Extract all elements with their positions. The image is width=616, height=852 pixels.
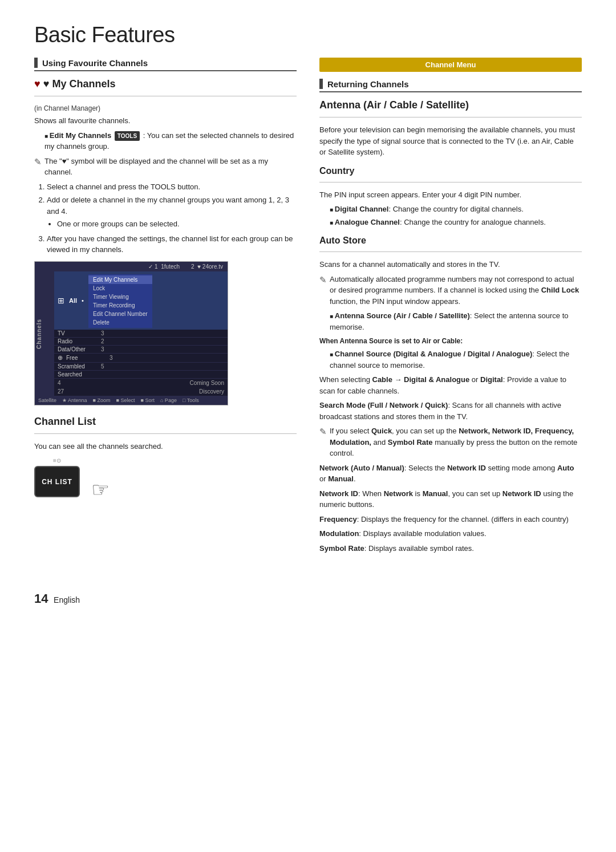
quick-note-text: If you select Quick, you can set up the … xyxy=(330,425,582,459)
using-favourite-title: Using Favourite Channels xyxy=(42,58,148,68)
screenshot-all: All xyxy=(69,297,77,304)
page-number: 14 xyxy=(34,591,48,606)
my-channels-list: Edit My Channels TOOLS : You can set the… xyxy=(44,130,297,152)
ctx-timer-recording: Timer Recording xyxy=(88,301,152,310)
screenshot-sidebar: Channels xyxy=(35,271,54,396)
quick-note-icon: ✎ xyxy=(319,425,327,439)
heart-icon: ♥ xyxy=(34,78,40,90)
page-title: Basic Features xyxy=(34,23,582,47)
ch-item-1: ✓ 1 1futech xyxy=(148,263,180,270)
modulation: Modulation: Displays available modulatio… xyxy=(319,528,582,539)
network-auto: Network (Auto / Manual): Selects the Net… xyxy=(319,462,582,485)
hand-icon: ☞ xyxy=(91,478,110,502)
screenshot-footer: Satellite ★ Antenna ■ Zoom ■ Select ■ So… xyxy=(35,396,228,405)
antenna-desc: Before your television can begin memoris… xyxy=(319,124,582,158)
step2-sub-list: One or more groups can be selected. xyxy=(57,218,297,230)
row-searched: Searched xyxy=(54,371,228,379)
antenna-source-item: Antenna Source (Air / Cable / Satellite)… xyxy=(330,310,582,332)
antenna-title: Antenna (Air / Cable / Satellite) xyxy=(319,99,582,111)
auto-store-note-text: Automatically allocated programme number… xyxy=(330,274,582,307)
screenshot-bottom2: 27Discovery xyxy=(54,387,228,396)
ctx-edit-my-channels: Edit My Channels xyxy=(88,275,152,284)
channel-list-section: Channel List You can see all the channel… xyxy=(34,416,297,498)
left-column: Using Favourite Channels ♥ ♥ My Channels… xyxy=(34,58,297,557)
channel-screenshot: ✓ 1 1futech 2 ♥ 24ore.tv Channels ⊞ All … xyxy=(34,261,228,405)
tools-badge: TOOLS xyxy=(115,131,140,141)
heart-note: ✎ The "♥" symbol will be displayed and t… xyxy=(34,156,297,178)
step-1: Select a channel and press the TOOLS but… xyxy=(47,181,297,193)
ctx-delete: Delete xyxy=(88,318,152,327)
ch-list-label: CH LIST xyxy=(42,478,72,486)
step-3: After you have changed the settings, the… xyxy=(47,233,297,255)
row-data: Data/Other 3 xyxy=(54,346,228,354)
screenshot-content: Channels ⊞ All • Edit My Channels Lock T… xyxy=(35,271,228,396)
channel-list-desc: You can see all the channels searched. xyxy=(34,441,297,452)
context-menu: Edit My Channels Lock Timer Viewing Time… xyxy=(88,274,152,328)
row-radio: Radio 2 xyxy=(54,338,228,346)
row-free: ⊕ Free 3 xyxy=(54,354,228,363)
screenshot-rows: TV 3 Radio 2 Data/Other 3 ⊕ xyxy=(54,330,228,379)
page-footer: 14 English xyxy=(34,591,582,606)
note-icon: ✎ xyxy=(34,156,42,169)
auto-store-note: ✎ Automatically allocated programme numb… xyxy=(319,274,582,307)
returning-channels-header: Returning Channels xyxy=(319,79,582,92)
antenna-source-list: Antenna Source (Air / Cable / Satellite)… xyxy=(330,310,582,332)
channel-list-title: Channel List xyxy=(34,416,297,428)
country-digital: Digital Channel: Change the country for … xyxy=(330,204,582,215)
row-scrambled: Scrambled 5 xyxy=(54,363,228,371)
ctx-timer-viewing: Timer Viewing xyxy=(88,293,152,301)
when-items-list: Channel Source (Digital & Analogue / Dig… xyxy=(330,348,582,371)
step-2: Add or delete a channel in the my channe… xyxy=(47,194,297,230)
screenshot-dot: • xyxy=(82,297,84,304)
ctx-lock: Lock xyxy=(88,284,152,293)
step2-sub-item: One or more groups can be selected. xyxy=(57,218,297,230)
using-favourite-header: Using Favourite Channels xyxy=(34,58,297,71)
screenshot-top: ✓ 1 1futech 2 ♥ 24ore.tv xyxy=(35,262,228,271)
search-mode: Search Mode (Full / Network / Quick): Sc… xyxy=(319,400,582,422)
country-items-list: Digital Channel: Change the country for … xyxy=(330,204,582,228)
country-title: Country xyxy=(319,166,582,176)
screenshot-header-row: ⊞ All • Edit My Channels Lock Timer View… xyxy=(54,271,228,330)
screenshot-main: ⊞ All • Edit My Channels Lock Timer View… xyxy=(54,271,228,396)
page-lang: English xyxy=(54,595,80,604)
in-channel-manager: (in Channel Manager) xyxy=(34,103,297,113)
heart-note-text: The "♥" symbol will be displayed and the… xyxy=(44,156,297,178)
auto-store-note-icon: ✎ xyxy=(319,274,327,287)
auto-store-title: Auto Store xyxy=(319,236,582,246)
returning-bar xyxy=(319,79,323,89)
screenshot-icon: ⊞ xyxy=(58,296,64,305)
ch-list-remote-group: ≡⊙ CH LIST xyxy=(34,457,80,497)
edit-label: Edit My Channels xyxy=(50,131,111,140)
my-channels-title: ♥ ♥ My Channels xyxy=(34,78,297,90)
edit-my-channels-item: Edit My Channels TOOLS : You can set the… xyxy=(44,130,297,152)
channel-menu-header: Channel Menu xyxy=(319,58,582,72)
ch-list-image: ≡⊙ CH LIST ☞ xyxy=(34,457,297,497)
returning-title: Returning Channels xyxy=(327,79,409,89)
shows-all-text: Shows all favourite channels. xyxy=(34,115,297,127)
steps-list: Select a channel and press the TOOLS but… xyxy=(47,181,297,255)
ctx-edit-channel-number: Edit Channel Number xyxy=(88,310,152,318)
channel-source-item: Channel Source (Digital & Analogue / Dig… xyxy=(330,348,582,371)
when-header: When Antenna Source is set to Air or Cab… xyxy=(319,337,582,345)
quick-note: ✎ If you select Quick, you can set up th… xyxy=(319,425,582,459)
cable-note: When selecting Cable → Digital & Analogu… xyxy=(319,374,582,396)
country-desc: The PIN input screen appears. Enter your… xyxy=(319,189,582,201)
country-analogue: Analogue Channel: Change the country for… xyxy=(330,217,582,228)
globe-icon: ⊕ xyxy=(58,354,63,362)
symbol-rate: Symbol Rate: Displays available symbol r… xyxy=(319,543,582,554)
row-tv: TV 3 xyxy=(54,330,228,338)
frequency: Frequency: Displays the frequency for th… xyxy=(319,514,582,525)
ch-item-2: 2 ♥ 24ore.tv xyxy=(191,263,223,270)
network-id: Network ID: When Network is Manual, you … xyxy=(319,488,582,510)
auto-store-desc: Scans for a channel automatically and st… xyxy=(319,259,582,270)
screenshot-bottom1: 4Coming Soon xyxy=(54,379,228,387)
ch-list-icon-label: ≡⊙ xyxy=(53,457,61,464)
right-column: Channel Menu Returning Channels Antenna … xyxy=(319,58,582,557)
section-bar xyxy=(34,58,38,68)
ch-list-button: CH LIST xyxy=(34,466,80,497)
